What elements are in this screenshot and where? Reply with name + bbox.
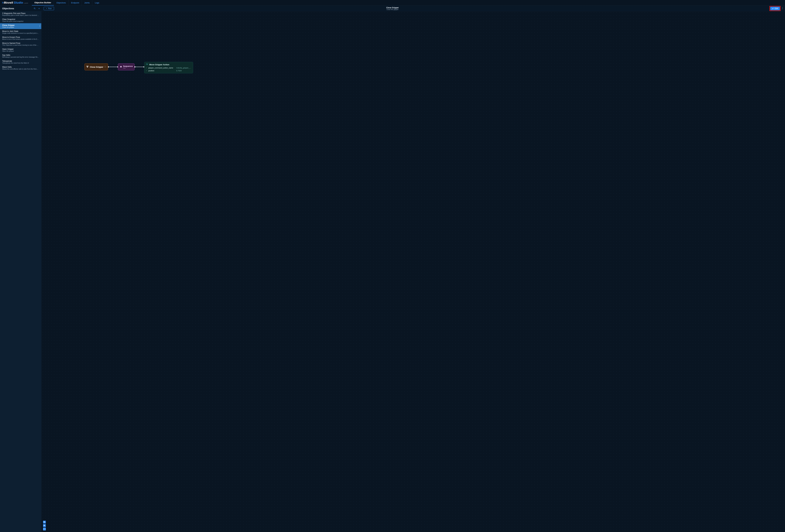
brand-logo: > MoveIt Studio 1.12.0 bbox=[2, 1, 28, 4]
toolbar-title: Close Gripper Close the gripper bbox=[386, 7, 399, 10]
objective-desc: Close the gripper bbox=[2, 26, 39, 28]
svg-point-2 bbox=[782, 9, 783, 9]
node-move-gripper-action[interactable]: Move Gripper Action gripper_command_acti… bbox=[144, 62, 193, 73]
tab-objective-builder[interactable]: Objective Builder bbox=[32, 0, 54, 5]
objective-title: Move to Known Pose bbox=[2, 36, 39, 38]
pencil-icon bbox=[772, 8, 774, 9]
objective-item[interactable]: Say Hello Will always succeed and log th… bbox=[0, 53, 41, 59]
objective-desc: Clear the point cloud snapshot bbox=[2, 20, 39, 22]
toolbar-title-text: Close Gripper bbox=[386, 7, 399, 9]
zoom-controls bbox=[43, 521, 46, 530]
objective-title: 3 Waypoints Pick and Place bbox=[2, 12, 39, 15]
node-label: Move Gripper Action bbox=[149, 64, 169, 66]
param-value: /robotiq_gripper_controller/gr bbox=[176, 67, 192, 69]
run-button-label: Run bbox=[48, 7, 52, 9]
graph-edge bbox=[134, 67, 144, 67]
objective-desc: Move to one of the known poses available… bbox=[2, 38, 39, 40]
edit-button[interactable]: Edit bbox=[770, 7, 780, 10]
brand-caret: > bbox=[2, 1, 4, 4]
zoom-out-button[interactable] bbox=[43, 524, 46, 527]
graph-edge bbox=[108, 67, 118, 67]
objective-desc: Single-node behavior to move to a specif… bbox=[2, 32, 39, 34]
node-param-row: position 0.7929 bbox=[146, 70, 192, 72]
objective-item[interactable]: Clear Snapshot Clear the point cloud sna… bbox=[0, 17, 41, 23]
top-nav: > MoveIt Studio 1.12.0 Objective Builder… bbox=[0, 0, 785, 6]
objective-item[interactable]: Open Gripper Open the gripper bbox=[0, 47, 41, 53]
main: 3 Waypoints Pick and Place Repeatedly gr… bbox=[0, 11, 785, 532]
brand-name-2: Studio bbox=[14, 1, 23, 4]
objective-title: Move to Named Pose bbox=[2, 42, 39, 44]
more-menu-icon[interactable] bbox=[782, 7, 783, 10]
objective-item[interactable]: 3 Waypoints Pick and Place Repeatedly gr… bbox=[0, 11, 41, 17]
objective-desc: Teleoperate the robot from the Web UI bbox=[2, 62, 39, 64]
graph-canvas[interactable]: Close Gripper Sequence root Move Gripper… bbox=[42, 11, 785, 532]
tab-joints[interactable]: Joints bbox=[82, 0, 92, 5]
sidebar-header: Objectives bbox=[0, 7, 42, 10]
objective-item[interactable]: Move to Named Pose This Objective is use… bbox=[0, 41, 41, 47]
objective-title: Say Hello bbox=[2, 54, 39, 56]
gripper-icon bbox=[146, 63, 148, 66]
node-sequence[interactable]: Sequence root bbox=[118, 64, 134, 70]
param-key: position bbox=[148, 70, 175, 72]
tab-endpoint[interactable]: Endpoint bbox=[69, 0, 82, 5]
svg-point-3 bbox=[40, 25, 40, 25]
param-key: gripper_command_action_name bbox=[148, 67, 175, 69]
objective-title: Open Gripper bbox=[2, 48, 39, 50]
gears-icon bbox=[120, 66, 122, 68]
node-close-gripper[interactable]: Close Gripper bbox=[84, 64, 108, 70]
objective-item[interactable]: Teleoperate Teleoperate the robot from t… bbox=[0, 59, 41, 65]
tab-logs[interactable]: Logs bbox=[92, 0, 102, 5]
tree-icon bbox=[86, 66, 89, 69]
svg-point-0 bbox=[782, 7, 783, 7]
objective-desc: Repeatedly grab a small object, place it… bbox=[2, 15, 39, 16]
objective-title: Wave Hello bbox=[2, 66, 39, 68]
objective-item-selected[interactable]: Close Gripper Close the gripper bbox=[0, 23, 41, 29]
play-icon bbox=[46, 8, 47, 9]
objective-title: Close Gripper bbox=[2, 24, 39, 26]
objective-item[interactable]: Move to Joint State Single-node behavior… bbox=[0, 29, 41, 35]
collapse-icon[interactable] bbox=[104, 66, 106, 68]
nav-tabs: Objective Builder Objectives Endpoint Jo… bbox=[32, 0, 102, 5]
brand-name-1: MoveIt bbox=[4, 1, 13, 4]
toolbar: Objectives Run Close Gripper Close the g… bbox=[0, 6, 785, 11]
objective-desc: Waves the end-effector side to side from… bbox=[2, 68, 39, 70]
add-icon[interactable] bbox=[38, 7, 40, 9]
objective-item[interactable]: Move to Known Pose Move to one of the kn… bbox=[0, 35, 41, 41]
param-value: 0.7929 bbox=[176, 70, 182, 72]
tab-objectives[interactable]: Objectives bbox=[54, 0, 69, 5]
objective-desc: This Objective is used when moving to on… bbox=[2, 44, 39, 46]
node-label: Sequence bbox=[123, 65, 133, 67]
search-icon[interactable] bbox=[33, 7, 36, 9]
objective-item[interactable]: Wave Hello Waves the end-effector side t… bbox=[0, 65, 41, 71]
node-sublabel: root bbox=[123, 67, 133, 69]
svg-point-4 bbox=[40, 26, 40, 26]
toolbar-subtitle: Close the gripper bbox=[386, 9, 399, 10]
zoom-in-button[interactable] bbox=[43, 521, 46, 524]
edit-button-label: Edit bbox=[775, 7, 778, 9]
objective-title: Clear Snapshot bbox=[2, 18, 39, 20]
arrow-right-icon bbox=[146, 70, 147, 72]
svg-point-5 bbox=[40, 26, 40, 27]
sidebar-title: Objectives bbox=[2, 7, 14, 10]
objective-desc: Open the gripper bbox=[2, 50, 39, 52]
node-label: Close Gripper bbox=[90, 66, 103, 68]
svg-point-1 bbox=[782, 8, 783, 8]
brand-version: 1.12.0 bbox=[24, 2, 28, 4]
run-button[interactable]: Run bbox=[44, 7, 54, 10]
arrow-right-icon bbox=[146, 67, 147, 69]
objective-title: Teleoperate bbox=[2, 60, 39, 62]
objective-desc: Will always succeed and log the error me… bbox=[2, 56, 39, 58]
objectives-sidebar: 3 Waypoints Pick and Place Repeatedly gr… bbox=[0, 11, 42, 532]
node-param-row: gripper_command_action_name /robotiq_gri… bbox=[146, 67, 192, 69]
edit-button-highlight: Edit bbox=[769, 6, 781, 11]
objective-title: Move to Joint State bbox=[2, 30, 39, 32]
objective-item-menu-icon[interactable] bbox=[40, 25, 40, 27]
fit-view-button[interactable] bbox=[43, 528, 46, 530]
